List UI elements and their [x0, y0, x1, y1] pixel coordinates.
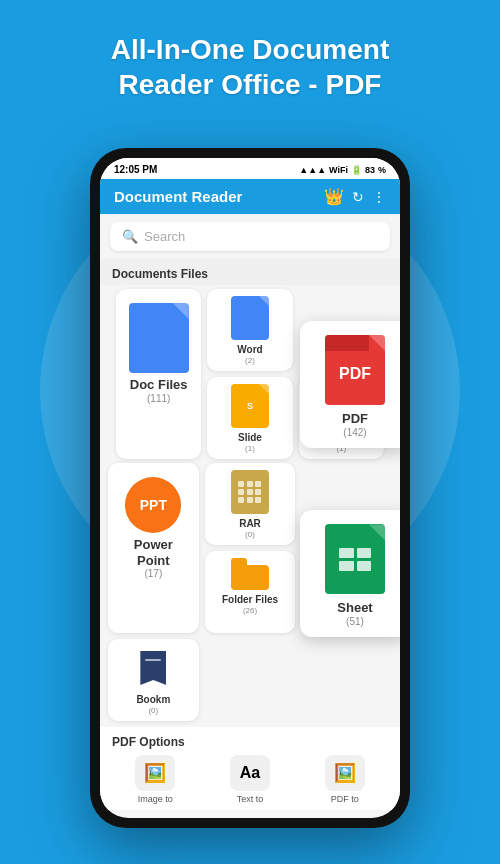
crown-icon[interactable]: 👑: [324, 187, 344, 206]
app-bar-title: Document Reader: [114, 188, 242, 205]
ppt-card[interactable]: PPT Power Point (17): [108, 463, 199, 633]
app-bar-icons: 👑 ↻ ⋮: [324, 187, 386, 206]
pdf-name: PDF: [342, 411, 368, 427]
bookmark-icon: [135, 646, 171, 690]
bookmark-count: (0): [148, 706, 158, 715]
sheet-large-name: Sheet: [337, 600, 372, 616]
bookmark-name: Bookm: [136, 694, 170, 706]
folder-count: (26): [243, 606, 257, 615]
app-bar: Document Reader 👑 ↻ ⋮: [100, 179, 400, 214]
more-icon[interactable]: ⋮: [372, 189, 386, 205]
rar-icon: [231, 470, 269, 514]
sheet-large-card[interactable]: Sheet (51): [300, 510, 400, 637]
image-to-label: Image to: [138, 794, 173, 804]
text-to-label: Text to: [237, 794, 264, 804]
pdf-to-label: PDF to: [331, 794, 359, 804]
search-placeholder: Search: [144, 229, 185, 244]
folder-name: Folder Files: [222, 594, 278, 606]
status-bar: 12:05 PM ▲▲▲ WiFi 🔋 83%: [100, 158, 400, 179]
phone-screen: 12:05 PM ▲▲▲ WiFi 🔋 83% Document Reader …: [100, 158, 400, 818]
pdf-options-section: PDF Options 🖼️ Image to Aa Text to 🖼️ PD…: [100, 727, 400, 810]
battery-icon: 🔋: [351, 165, 362, 175]
folder-icon: [231, 558, 269, 590]
pdf-options-row: 🖼️ Image to Aa Text to 🖼️ PDF to: [112, 755, 388, 804]
slide-name: Slide: [238, 432, 262, 444]
pdf-card[interactable]: PDF PDF (142): [300, 321, 400, 448]
slide-icon: S: [231, 384, 269, 428]
page-title: All-In-One Document Reader Office - PDF: [20, 32, 480, 102]
ppt-count: (17): [144, 568, 162, 579]
sheet-large-count: (51): [346, 616, 364, 627]
pdf-option-image-to[interactable]: 🖼️ Image to: [135, 755, 175, 804]
doc-files-icon: [129, 303, 189, 373]
status-time: 12:05 PM: [114, 164, 157, 175]
phone-frame: 12:05 PM ▲▲▲ WiFi 🔋 83% Document Reader …: [90, 148, 410, 828]
word-card[interactable]: Word (2): [207, 289, 292, 371]
rar-name: RAR: [239, 518, 261, 530]
doc-files-count: (111): [147, 393, 170, 404]
documents-section-label: Documents Files: [100, 259, 400, 285]
search-bar[interactable]: 🔍 Search: [110, 222, 390, 251]
pdf-to-icon: 🖼️: [325, 755, 365, 791]
doc-files-name: Doc Files: [130, 377, 188, 393]
pdf-icon: PDF: [325, 335, 385, 405]
ppt-icon: PPT: [125, 477, 181, 533]
refresh-icon[interactable]: ↻: [352, 189, 364, 205]
status-icons: ▲▲▲ WiFi 🔋 83%: [299, 165, 386, 175]
slide-card[interactable]: S Slide (1): [207, 377, 292, 459]
word-count: (2): [245, 356, 255, 365]
app-header: All-In-One Document Reader Office - PDF: [0, 0, 500, 122]
pdf-option-pdf-to[interactable]: 🖼️ PDF to: [325, 755, 365, 804]
sheet-large-icon: [325, 524, 385, 594]
folder-card[interactable]: Folder Files (26): [205, 551, 296, 633]
signal-icon: ▲▲▲: [299, 165, 326, 175]
rar-count: (0): [245, 530, 255, 539]
word-icon: [231, 296, 269, 340]
text-to-icon: Aa: [230, 755, 270, 791]
word-name: Word: [237, 344, 262, 356]
bookmark-card[interactable]: Bookm (0): [108, 639, 199, 721]
doc-files-card[interactable]: Doc Files (111): [116, 289, 201, 459]
rar-card[interactable]: RAR (0): [205, 463, 296, 545]
scrollable-content: Documents Files: [100, 259, 400, 818]
pdf-options-label: PDF Options: [112, 735, 388, 749]
image-to-icon: 🖼️: [135, 755, 175, 791]
wifi-icon: WiFi: [329, 165, 348, 175]
slide-count: (1): [245, 444, 255, 453]
pdf-option-text-to[interactable]: Aa Text to: [230, 755, 270, 804]
pdf-count: (142): [343, 427, 366, 438]
battery-percent: 83: [365, 165, 375, 175]
search-icon: 🔍: [122, 229, 138, 244]
ppt-name: Power Point: [116, 537, 191, 568]
